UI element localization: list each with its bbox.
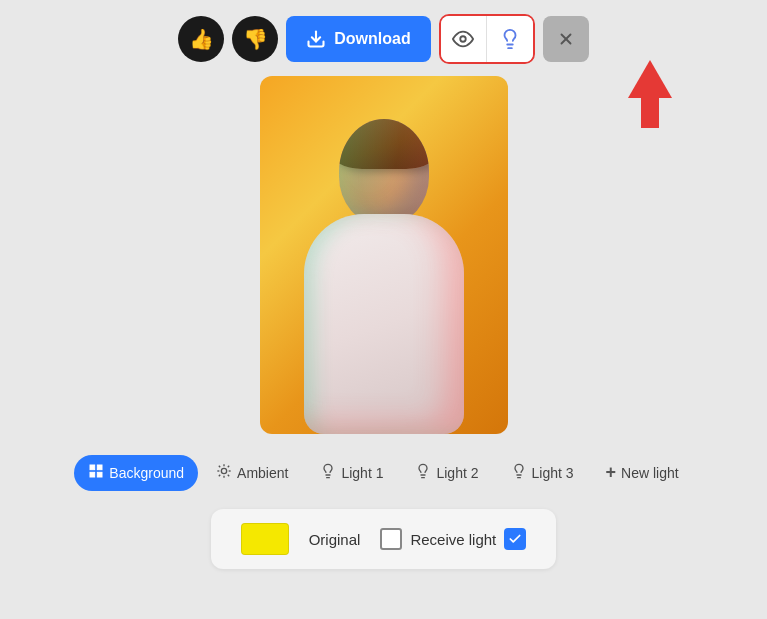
background-tab-icon bbox=[88, 463, 104, 483]
tab-light2[interactable]: Light 2 bbox=[401, 455, 492, 491]
svg-line-18 bbox=[219, 474, 220, 475]
arrow-indicator bbox=[628, 60, 672, 128]
download-label: Download bbox=[334, 30, 410, 48]
svg-line-17 bbox=[228, 465, 229, 466]
newlight-tab-icon: + bbox=[606, 462, 617, 483]
close-icon bbox=[557, 30, 575, 48]
bottom-panel: Original Receive light bbox=[211, 509, 557, 569]
image-background bbox=[260, 76, 508, 434]
arrow-head bbox=[628, 60, 672, 98]
tab-light3[interactable]: Light 3 bbox=[497, 455, 588, 491]
svg-rect-7 bbox=[98, 465, 103, 470]
receive-light-row: Receive light bbox=[380, 528, 526, 550]
light1-tab-label: Light 1 bbox=[341, 465, 383, 481]
light2-tab-label: Light 2 bbox=[436, 465, 478, 481]
svg-line-15 bbox=[219, 465, 220, 466]
thumbup-button[interactable]: 👍 bbox=[178, 16, 224, 62]
svg-line-16 bbox=[228, 474, 229, 475]
svg-rect-9 bbox=[98, 472, 103, 477]
person-body bbox=[304, 214, 464, 434]
eye-bulb-group bbox=[439, 14, 535, 64]
color-swatch[interactable] bbox=[241, 523, 289, 555]
ambient-tab-icon bbox=[216, 463, 232, 483]
close-button[interactable] bbox=[543, 16, 589, 62]
bulb-icon bbox=[499, 28, 521, 50]
light1-tab-icon bbox=[320, 463, 336, 483]
main-image bbox=[260, 76, 508, 434]
svg-point-10 bbox=[221, 468, 226, 473]
newlight-tab-label: New light bbox=[621, 465, 679, 481]
light3-tab-label: Light 3 bbox=[532, 465, 574, 481]
checkmark-icon bbox=[508, 532, 522, 546]
svg-rect-6 bbox=[90, 465, 95, 470]
background-tab-label: Background bbox=[109, 465, 184, 481]
thumbup-icon: 👍 bbox=[189, 27, 214, 51]
receive-light-unchecked-icon bbox=[380, 528, 402, 550]
receive-light-checkbox[interactable] bbox=[504, 528, 526, 550]
tab-ambient[interactable]: Ambient bbox=[202, 455, 302, 491]
bulb-button[interactable] bbox=[487, 16, 533, 62]
ambient-tab-label: Ambient bbox=[237, 465, 288, 481]
arrow-stem bbox=[641, 98, 659, 128]
tab-new-light[interactable]: + New light bbox=[592, 454, 693, 491]
thumbdown-button[interactable]: 👎 bbox=[232, 16, 278, 62]
download-icon bbox=[306, 29, 326, 49]
person-head bbox=[339, 119, 429, 224]
svg-point-1 bbox=[460, 36, 466, 42]
receive-light-label: Receive light bbox=[410, 531, 496, 548]
original-label: Original bbox=[309, 531, 361, 548]
toolbar: 👍 👎 Download bbox=[178, 0, 588, 76]
thumbdown-icon: 👎 bbox=[243, 27, 268, 51]
tab-bar: Background Ambient Lig bbox=[74, 454, 692, 491]
light2-tab-icon bbox=[415, 463, 431, 483]
tab-light1[interactable]: Light 1 bbox=[306, 455, 397, 491]
eye-button[interactable] bbox=[441, 16, 487, 62]
download-button[interactable]: Download bbox=[286, 16, 430, 62]
eye-icon bbox=[452, 28, 474, 50]
svg-rect-8 bbox=[90, 472, 95, 477]
tab-background[interactable]: Background bbox=[74, 455, 198, 491]
light3-tab-icon bbox=[511, 463, 527, 483]
person-figure bbox=[304, 109, 464, 434]
